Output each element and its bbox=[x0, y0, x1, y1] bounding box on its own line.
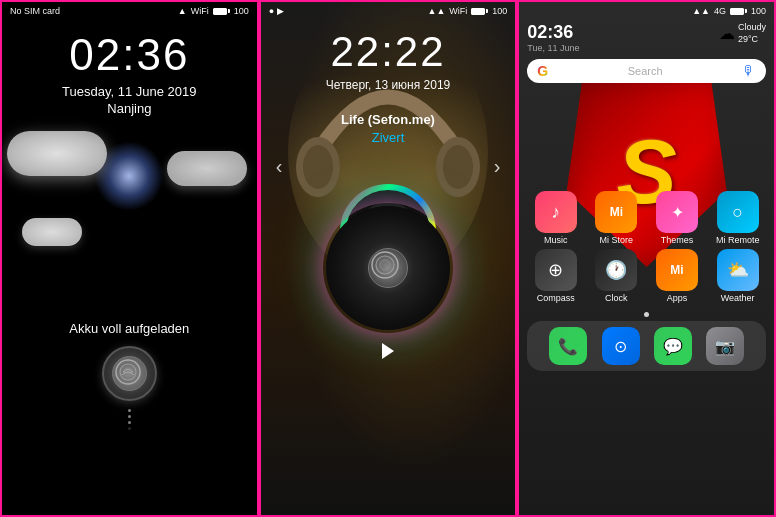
battery-percent: 100 bbox=[234, 6, 249, 16]
battery-message: Akku voll aufgeladen bbox=[69, 321, 189, 336]
screen3-homescreen: S ▲▲ 4G 100 02:36 Tue, 11 June ☁ bbox=[517, 0, 776, 517]
themes-icon: ✦ bbox=[656, 191, 698, 233]
music-icon: ♪ bbox=[535, 191, 577, 233]
mic-icon[interactable]: 🎙 bbox=[742, 63, 756, 79]
page-indicator-dot bbox=[644, 312, 649, 317]
app-dock: 📞 ⊙ 💬 📷 bbox=[527, 321, 766, 371]
google-logo: G bbox=[537, 63, 548, 79]
time-date-block: 02:36 Tue, 11 June bbox=[527, 22, 579, 53]
screen3-date: Tue, 11 June bbox=[527, 43, 579, 53]
battery-icon bbox=[213, 8, 230, 15]
screen2-status-bar: ● ▶ ▲▲ WiFi 100 bbox=[261, 2, 516, 20]
screen3-signal: ▲▲ bbox=[692, 6, 710, 16]
app-grid: ♪ Music Mi Mi Store ✦ Themes ○ Mi bbox=[519, 187, 774, 307]
screen3-status-bar: ▲▲ 4G 100 bbox=[519, 2, 774, 20]
app-clock[interactable]: 🕐 Clock bbox=[588, 249, 645, 303]
screen2-date: Четверг, 13 июня 2019 bbox=[326, 78, 450, 92]
cloud-large bbox=[7, 131, 107, 176]
screen2-battery-pct: 100 bbox=[492, 6, 507, 16]
weather-temperature: 29°C bbox=[738, 34, 766, 46]
screen1-date: Tuesday, 11 June 2019 bbox=[62, 84, 196, 99]
weather-cloud-icon: ☁ bbox=[719, 24, 735, 43]
next-button[interactable]: › bbox=[494, 155, 501, 178]
weather-info: Cloudy 29°C bbox=[738, 22, 766, 45]
screen2-signal: ▲▲ bbox=[427, 6, 445, 16]
fingerprint-button-2[interactable] bbox=[368, 248, 408, 288]
app-themes[interactable]: ✦ Themes bbox=[649, 191, 706, 245]
screen2-notification-icons: ● ▶ bbox=[269, 6, 284, 16]
mi-store-label: Mi Store bbox=[600, 235, 634, 245]
screen1-lockscreen-black: No SIM card ▲ WiFi 100 02:36 Tuesday, 11… bbox=[0, 0, 259, 517]
artist-name: Zivert bbox=[372, 130, 405, 145]
fingerprint-button[interactable] bbox=[102, 346, 157, 401]
mi-remote-label: Mi Remote bbox=[716, 235, 760, 245]
app-mi-remote[interactable]: ○ Mi Remote bbox=[709, 191, 766, 245]
dock-messages[interactable]: 💬 bbox=[654, 327, 692, 365]
signal-icon: ▲ bbox=[178, 6, 187, 16]
wifi-icon: WiFi bbox=[191, 6, 209, 16]
screen1-time: 02:36 bbox=[69, 30, 189, 80]
screen3-time: 02:36 bbox=[527, 22, 579, 43]
carrier-label: No SIM card bbox=[10, 6, 60, 16]
cloud-animation bbox=[2, 121, 257, 251]
svg-point-14 bbox=[380, 260, 390, 270]
google-search-bar[interactable]: G Search 🎙 bbox=[527, 59, 766, 83]
screen1-status-bar: No SIM card ▲ WiFi 100 bbox=[2, 2, 257, 20]
mi-store-icon: Mi bbox=[595, 191, 637, 233]
screen3-4g: 4G bbox=[714, 6, 726, 16]
screen3-battery-icon bbox=[730, 8, 747, 15]
app-compass[interactable]: ⊕ Compass bbox=[527, 249, 584, 303]
search-placeholder: Search bbox=[548, 65, 742, 77]
screen3-battery-pct: 100 bbox=[751, 6, 766, 16]
weather-app-label: Weather bbox=[721, 293, 755, 303]
vinyl-disc bbox=[323, 188, 453, 333]
weather-app-icon: ⛅ bbox=[717, 249, 759, 291]
compass-label: Compass bbox=[537, 293, 575, 303]
app-weather[interactable]: ⛅ Weather bbox=[709, 249, 766, 303]
cloud-small bbox=[22, 218, 82, 246]
fingerprint-icon bbox=[112, 356, 147, 391]
screen2-battery-icon bbox=[471, 8, 488, 15]
app-mi-store[interactable]: Mi Mi Store bbox=[588, 191, 645, 245]
screen3-top-bar: 02:36 Tue, 11 June ☁ Cloudy 29°C bbox=[519, 20, 774, 55]
screen1-city: Nanjing bbox=[107, 101, 151, 116]
svg-point-13 bbox=[376, 256, 394, 274]
compass-icon: ⊕ bbox=[535, 249, 577, 291]
dock-camera[interactable]: 📷 bbox=[706, 327, 744, 365]
dock-phone[interactable]: 📞 bbox=[549, 327, 587, 365]
app-music[interactable]: ♪ Music bbox=[527, 191, 584, 245]
screens-container: No SIM card ▲ WiFi 100 02:36 Tuesday, 11… bbox=[0, 0, 776, 517]
apps-label: Apps bbox=[667, 293, 688, 303]
scroll-indicator bbox=[128, 409, 131, 430]
play-icon bbox=[382, 343, 394, 359]
weather-condition: Cloudy bbox=[738, 22, 766, 34]
screen2-lockscreen-music: ● ▶ ▲▲ WiFi 100 22:22 Четверг, 13 июня 2… bbox=[259, 0, 518, 517]
apps-icon: Mi bbox=[656, 249, 698, 291]
cloud-medium bbox=[167, 151, 247, 186]
song-title: Life (Sefon.me) bbox=[341, 112, 435, 127]
clock-icon: 🕐 bbox=[595, 249, 637, 291]
media-controls: ‹ › bbox=[261, 155, 516, 178]
screen2-time: 22:22 bbox=[330, 28, 445, 76]
clock-label: Clock bbox=[605, 293, 628, 303]
screen2-wifi: WiFi bbox=[449, 6, 467, 16]
music-label: Music bbox=[544, 235, 568, 245]
mi-remote-icon: ○ bbox=[717, 191, 759, 233]
app-apps[interactable]: Mi Apps bbox=[649, 249, 706, 303]
play-button[interactable] bbox=[382, 343, 394, 359]
themes-label: Themes bbox=[661, 235, 694, 245]
weather-widget[interactable]: ☁ Cloudy 29°C bbox=[719, 22, 766, 45]
dock-safari[interactable]: ⊙ bbox=[602, 327, 640, 365]
prev-button[interactable]: ‹ bbox=[276, 155, 283, 178]
